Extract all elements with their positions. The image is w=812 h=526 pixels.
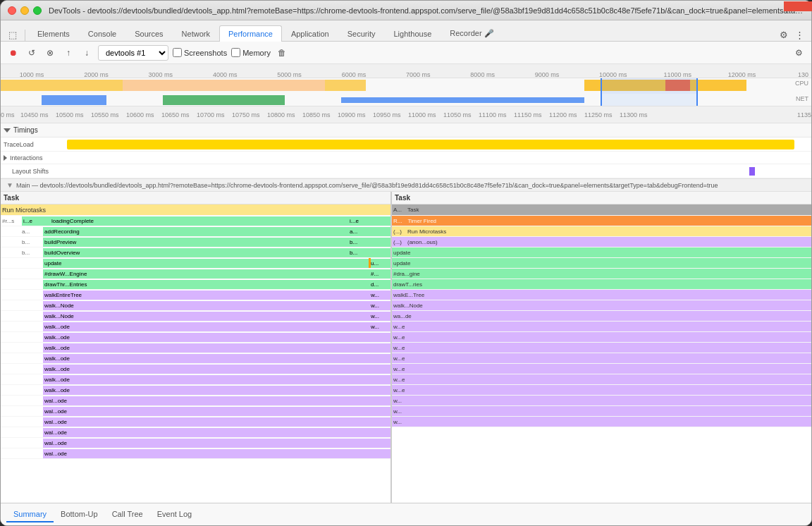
walk-ode-10[interactable]: wal...ode <box>1 417 390 427</box>
tab-lighthouse[interactable]: Lighthouse <box>384 25 441 42</box>
inspect-icon[interactable]: ⬚ <box>6 28 19 41</box>
right-row-update1[interactable]: update <box>392 247 811 258</box>
settings-icon[interactable]: ⚙ <box>777 28 790 41</box>
rw5[interactable]: w...e <box>392 364 811 374</box>
left-row-add-recording[interactable]: a... addRecording a... <box>1 226 390 237</box>
refresh-record-button[interactable]: ↺ <box>25 46 39 60</box>
tab-application[interactable]: Application <box>282 25 338 42</box>
rw3[interactable]: w...e <box>392 343 811 353</box>
left-row-update[interactable]: update u... <box>1 258 390 269</box>
tab-security[interactable]: Security <box>338 25 385 42</box>
right-row-draw-engine[interactable]: #dra...gine <box>392 269 811 279</box>
more-icon[interactable]: ⋮ <box>793 28 806 41</box>
right-row-walk-tree[interactable]: walkE...Tree <box>392 290 811 300</box>
tab-recorder[interactable]: Recorder 🎤 <box>441 25 503 42</box>
trash-icon[interactable]: 🗑 <box>275 46 289 60</box>
tab-console[interactable]: Console <box>79 25 125 42</box>
maximize-button[interactable] <box>33 6 42 15</box>
left-row-walk-node-1[interactable]: walk...Node w... <box>1 300 390 311</box>
w12-fn: wal...ode <box>43 439 390 448</box>
left-row-draw-engine[interactable]: #drawW...Engine #... <box>1 269 390 279</box>
rw2[interactable]: w...e <box>392 332 811 343</box>
main-flame-container: Task Run Microtasks #r...s i...e loading… <box>1 192 811 503</box>
walk-ode-3[interactable]: walk...ode <box>1 343 390 353</box>
walk-ode-7[interactable]: walk...ode <box>1 385 390 396</box>
rw6[interactable]: w...e <box>392 374 811 385</box>
layout-shifts-row[interactable]: Layout Shifts <box>1 164 811 178</box>
right-panel-body[interactable]: A... Task R... Timer Fired (...) Run Mic… <box>392 204 811 503</box>
walk-ode-4[interactable]: walk...ode <box>1 353 390 364</box>
walk-ode-5[interactable]: walk...ode <box>1 364 390 374</box>
timings-label: Timings <box>13 126 38 134</box>
walk-ode-8[interactable]: wal...ode <box>1 396 390 406</box>
right-row-microtasks[interactable]: (...) Run Microtasks <box>392 226 811 237</box>
right-row-wande[interactable]: wa...de <box>392 311 811 322</box>
walk-ode-13[interactable]: wal...ode <box>1 448 390 459</box>
tab-call-tree[interactable]: Call Tree <box>105 507 150 522</box>
right-row-task[interactable]: A... Task <box>392 204 811 216</box>
timeline-overview[interactable]: 1000 ms 2000 ms 3000 ms 4000 ms 5000 ms … <box>1 64 811 106</box>
minimize-button[interactable] <box>20 6 29 15</box>
mark-1000: 1000 ms <box>20 71 44 78</box>
rw1[interactable]: w...e <box>392 322 811 332</box>
timings-header[interactable]: Timings <box>1 123 811 137</box>
net-label: NET <box>796 95 808 102</box>
walk-ode-2[interactable]: walk...ode <box>1 332 390 343</box>
rw8[interactable]: w... <box>392 396 811 406</box>
walk-ode-11[interactable]: wal...ode <box>1 427 390 438</box>
left-row-draw-entries[interactable]: drawThr...Entries d... <box>1 279 390 290</box>
mark-8000: 8000 ms <box>470 71 495 78</box>
walk-ode-12[interactable]: wal...ode <box>1 438 390 448</box>
walk-ode-9[interactable]: wal...ode <box>1 406 390 417</box>
rw7[interactable]: w...e <box>392 385 811 396</box>
rw4-fn: w...e <box>393 355 405 362</box>
main-url-label: Main — devtools://devtools/bundled/devto… <box>16 182 718 189</box>
tab-bottom-up[interactable]: Bottom-Up <box>54 507 105 522</box>
r-anon-fn: (anon...ous) <box>402 239 810 245</box>
walk-ode-6[interactable]: walk...ode <box>1 374 390 385</box>
right-row-anon[interactable]: (...) (anon...ous) <box>392 237 811 247</box>
screenshots-checkbox-label[interactable]: Screenshots <box>173 48 227 57</box>
memory-checkbox[interactable] <box>231 48 240 57</box>
right-row-update2[interactable]: update <box>392 258 811 269</box>
rw4[interactable]: w...e <box>392 353 811 364</box>
left-row-2[interactable]: #r...s i...e loadingComplete i...e <box>1 216 390 226</box>
d-mark-11: 10950 ms <box>373 111 401 118</box>
tab-summary[interactable]: Summary <box>6 507 54 522</box>
clear-button[interactable]: ⊗ <box>43 46 57 60</box>
screenshots-checkbox[interactable] <box>173 48 182 57</box>
left-row-walk-entire[interactable]: walkEntireTree w... <box>1 290 390 300</box>
download-button[interactable]: ↓ <box>80 46 94 60</box>
record-button[interactable]: ⏺ <box>6 46 20 60</box>
memory-checkbox-label[interactable]: Memory <box>231 48 271 57</box>
recording-select[interactable]: devtools #1 <box>98 45 168 61</box>
right-row-draw-tries[interactable]: drawT...ries <box>392 279 811 290</box>
left-row-run-microtasks[interactable]: Run Microtasks <box>1 204 390 216</box>
title-bar: DevTools - devtools://devtools/bundled/d… <box>1 1 811 20</box>
tab-sources[interactable]: Sources <box>125 25 172 42</box>
upload-button[interactable]: ↑ <box>61 46 75 60</box>
trace-load-row[interactable]: TraceLoad <box>1 137 811 152</box>
row3-label: a... <box>22 226 43 236</box>
walk-ode-1[interactable]: walk...ode w... <box>1 322 390 332</box>
run-microtasks-label: Run Microtasks <box>1 207 46 214</box>
tab-event-log[interactable]: Event Log <box>150 507 199 522</box>
interactions-row[interactable]: Interactions <box>1 152 811 164</box>
r-update2-fn: update <box>393 260 810 267</box>
rw9[interactable]: w... <box>392 406 811 417</box>
tab-elements[interactable]: Elements <box>28 25 79 42</box>
indent-1 <box>1 226 22 236</box>
trace-load-label: TraceLoad <box>4 141 67 148</box>
left-row-build-preview[interactable]: b... buildPreview b... <box>1 237 390 247</box>
rw10[interactable]: w... <box>392 417 811 427</box>
w1-w: w... <box>369 322 390 331</box>
tab-performance[interactable]: Performance <box>219 25 282 42</box>
settings-cog-icon[interactable]: ⚙ <box>792 46 806 60</box>
left-row-build-overview[interactable]: b... buildOverview b... <box>1 247 390 258</box>
right-row-timer[interactable]: R... Timer Fired <box>392 216 811 226</box>
close-button[interactable] <box>8 6 16 15</box>
left-panel-body[interactable]: Run Microtasks #r...s i...e loadingCompl… <box>1 204 390 503</box>
right-row-walk-node[interactable]: walk...Node <box>392 300 811 311</box>
tab-network[interactable]: Network <box>173 25 219 42</box>
left-row-walk-node-2[interactable]: walk...Node w... <box>1 311 390 322</box>
